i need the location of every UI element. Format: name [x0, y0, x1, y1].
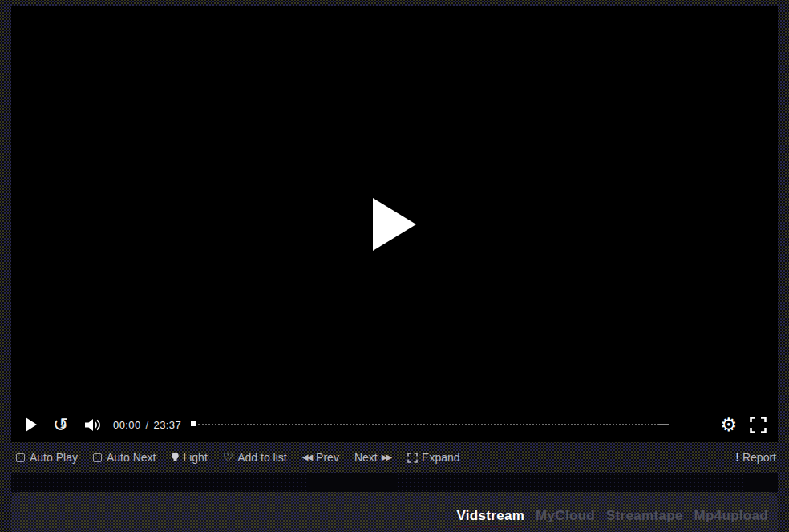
server-tab-vidstream[interactable]: Vidstream [456, 508, 524, 527]
expand-button[interactable]: Expand [407, 451, 459, 464]
report-button[interactable]: ! Report [735, 451, 776, 464]
volume-button[interactable] [85, 418, 102, 432]
add-to-list-label: Add to list [237, 451, 286, 464]
server-selection-panel: Vidstream MyCloud Streamtape Mp4upload [11, 492, 778, 532]
report-label: Report [742, 451, 776, 464]
page: { "player": { "controls": { "current_tim… [0, 0, 789, 532]
expand-label: Expand [422, 451, 459, 464]
server-tab-mycloud[interactable]: MyCloud [536, 508, 595, 524]
next-arrows-icon: ▶▶ [382, 453, 392, 461]
auto-play-label: Auto Play [30, 451, 78, 464]
auto-play-checkbox[interactable] [16, 453, 25, 462]
auto-next-label: Auto Next [107, 451, 156, 464]
light-label: Light [183, 451, 207, 464]
prev-arrows-icon: ◀◀ [302, 453, 311, 461]
play-icon [26, 417, 37, 432]
auto-next-checkbox[interactable] [93, 453, 102, 462]
report-icon: ! [735, 451, 739, 464]
fullscreen-icon [750, 417, 767, 433]
seek-thumb[interactable] [191, 421, 196, 426]
rewind-amount-label: 10 [60, 417, 66, 435]
expand-icon [407, 453, 418, 463]
prev-label: Prev [316, 451, 339, 464]
heart-icon: ♡ [223, 452, 233, 464]
seek-track-end [658, 424, 669, 425]
time-display: 00:00/23:37 [113, 419, 181, 431]
player-toolbar: Auto Play Auto Next Light ♡ Add to list … [0, 442, 789, 473]
seek-bar[interactable] [191, 421, 707, 428]
duration: 23:37 [154, 419, 182, 431]
video-player[interactable]: ↺ 10 00:00/23:37 ⚙ [11, 6, 778, 442]
current-time: 00:00 [113, 419, 141, 431]
auto-play-toggle[interactable]: Auto Play [16, 451, 78, 464]
next-episode-button[interactable]: Next ▶▶ [354, 451, 392, 464]
big-play-button[interactable] [373, 198, 416, 251]
time-separator: / [146, 419, 149, 431]
seek-track [198, 424, 659, 425]
light-toggle[interactable]: Light [171, 451, 207, 464]
play-button[interactable] [22, 417, 37, 432]
volume-icon [85, 418, 102, 432]
auto-next-toggle[interactable]: Auto Next [93, 451, 156, 464]
add-to-list-button[interactable]: ♡ Add to list [223, 451, 287, 464]
settings-button[interactable]: ⚙ [720, 416, 737, 433]
fullscreen-button[interactable] [750, 417, 767, 433]
gear-icon: ⚙ [720, 416, 737, 433]
server-tab-streamtape[interactable]: Streamtape [606, 508, 683, 524]
server-tab-mp4upload[interactable]: Mp4upload [694, 508, 768, 524]
rewind-10-button[interactable]: ↺ 10 [53, 416, 72, 433]
lightbulb-icon [171, 452, 180, 464]
content-gap [11, 473, 778, 492]
next-label: Next [354, 451, 378, 464]
player-controls-bar: ↺ 10 00:00/23:37 ⚙ [11, 407, 778, 442]
prev-episode-button[interactable]: ◀◀ Prev [302, 451, 339, 464]
